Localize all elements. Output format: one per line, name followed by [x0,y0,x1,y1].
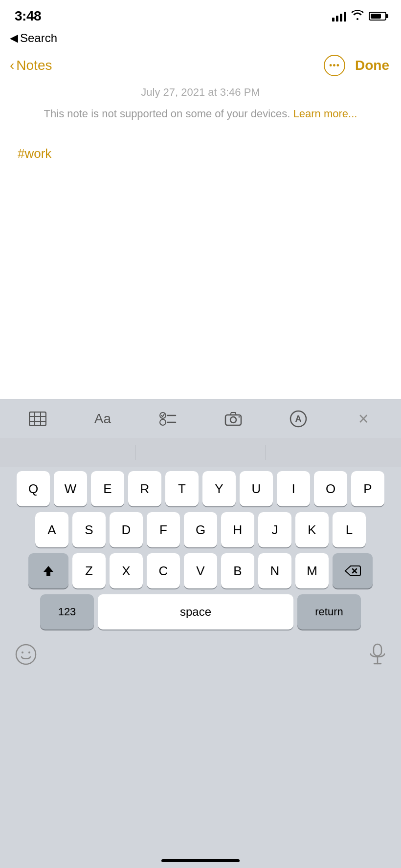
key-z[interactable]: Z [72,553,106,588]
numbers-key[interactable]: 123 [40,594,94,629]
notes-back-chevron-icon: ‹ [10,58,14,73]
key-e[interactable]: E [91,471,124,506]
key-k[interactable]: K [295,512,329,547]
battery-fill [371,14,381,19]
key-h[interactable]: H [221,512,254,547]
close-keyboard-icon: × [358,409,369,429]
key-row-2: A S D F G H J K L [3,512,398,547]
note-content: July 27, 2021 at 3:46 PM This note is no… [0,82,401,176]
back-navigation[interactable]: ◀ Search [0,29,401,49]
svg-point-15 [22,651,23,653]
battery-icon [369,12,386,21]
key-n[interactable]: N [258,553,291,588]
note-tag: #work [18,146,386,161]
more-dots-icon: ••• [329,61,340,71]
key-r[interactable]: R [128,471,161,506]
back-arrow-icon: ◀ [10,32,18,44]
note-warning: This note is not supported on some of yo… [15,107,386,122]
learn-more-link[interactable]: Learn more... [293,108,357,120]
shift-key[interactable] [28,553,68,588]
key-b[interactable]: B [221,553,254,588]
draw-icon-button[interactable]: A [286,407,311,431]
predictive-row [0,438,401,467]
home-indicator [161,859,240,862]
key-l[interactable]: L [333,512,366,547]
space-key[interactable]: space [98,594,293,629]
key-w[interactable]: W [54,471,87,506]
bottom-row [0,635,401,680]
keyboard-rows: Q W E R T Y U I O P A S D F G H J K L [0,467,401,629]
key-f[interactable]: F [147,512,180,547]
note-header-actions: ••• Done [324,55,389,76]
key-row-3: Z X C V B N M [3,553,398,588]
predictive-word-3[interactable] [266,448,396,457]
key-s[interactable]: S [72,512,106,547]
svg-rect-0 [29,412,46,426]
key-d[interactable]: D [110,512,143,547]
microphone-button[interactable] [369,643,386,670]
note-header: ‹ Notes ••• Done [0,49,401,82]
key-y[interactable]: Y [202,471,236,506]
table-icon-button[interactable] [25,407,50,431]
note-date: July 27, 2021 at 3:46 PM [15,86,386,99]
key-g[interactable]: G [184,512,217,547]
key-u[interactable]: U [240,471,273,506]
key-x[interactable]: X [110,553,143,588]
notes-back-button[interactable]: ‹ Notes [10,58,52,73]
keyboard-close-button[interactable]: × [351,407,376,431]
key-c[interactable]: C [147,553,180,588]
key-j[interactable]: J [258,512,291,547]
keyboard-toolbar: Aa A × [0,399,401,438]
key-a[interactable]: A [35,512,68,547]
predictive-word-2[interactable] [135,448,266,457]
checklist-icon-button[interactable] [156,407,180,431]
key-i[interactable]: I [277,471,310,506]
key-row-4: 123 space return [3,594,398,629]
predictive-word-1[interactable] [5,448,135,457]
key-row-1: Q W E R T Y U I O P [3,471,398,506]
svg-point-11 [238,416,240,417]
note-warning-text: This note is not supported on some of yo… [44,108,290,120]
key-q[interactable]: Q [17,471,50,506]
key-v[interactable]: V [184,553,217,588]
key-o[interactable]: O [314,471,347,506]
keyboard[interactable]: Q W E R T Y U I O P A S D F G H J K L [0,438,401,868]
camera-icon-button[interactable] [221,407,245,431]
status-time: 3:48 [15,8,41,24]
svg-point-16 [28,651,30,653]
svg-text:A: A [295,414,301,424]
key-p[interactable]: P [351,471,384,506]
delete-key[interactable] [333,553,373,588]
return-key[interactable]: return [297,594,361,629]
wifi-icon [351,10,364,22]
done-button[interactable]: Done [355,58,389,73]
svg-point-14 [16,645,36,664]
more-button[interactable]: ••• [324,55,345,76]
key-m[interactable]: M [295,553,329,588]
status-bar: 3:48 [0,0,401,29]
format-text-icon: Aa [94,411,111,427]
notes-back-label: Notes [16,58,52,73]
emoji-button[interactable] [15,643,37,670]
svg-point-10 [230,417,236,423]
svg-rect-17 [374,644,381,656]
svg-point-6 [160,419,166,425]
format-icon-button[interactable]: Aa [90,407,115,431]
key-t[interactable]: T [165,471,199,506]
search-back-label[interactable]: Search [20,31,57,45]
signal-icon [332,11,346,22]
status-icons [332,10,386,22]
